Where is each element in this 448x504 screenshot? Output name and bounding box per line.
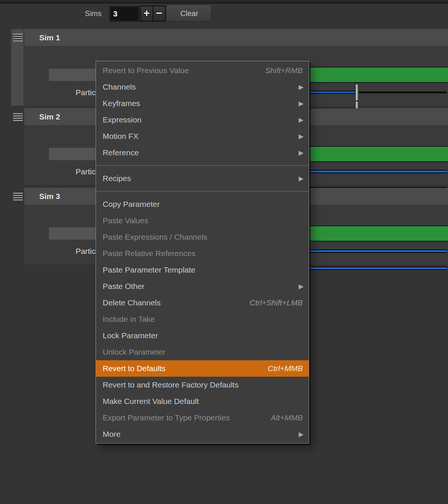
menu-item-paste-relative-references: Paste Relative References: [96, 245, 309, 262]
submenu-arrow-icon: ▶: [299, 149, 304, 157]
add-sim-button[interactable]: +: [141, 6, 153, 21]
menu-item-paste-expressions: Paste Expressions / Channels: [96, 229, 309, 245]
shortcut-hint: Alt+MMB: [271, 413, 304, 422]
top-divider: [0, 0, 448, 3]
drag-handle-icon[interactable]: [13, 113, 23, 121]
menu-item-channels[interactable]: Channels ▶: [96, 79, 309, 95]
submenu-arrow-icon: ▶: [299, 100, 304, 108]
submenu-arrow-icon: ▶: [299, 430, 304, 438]
menu-item-recipes[interactable]: Recipes ▶: [96, 170, 309, 187]
drag-handle-icon[interactable]: [13, 193, 23, 200]
submenu-arrow-icon: ▶: [299, 116, 304, 124]
sim1-header[interactable]: Sim 1: [24, 29, 448, 46]
slider-track: [359, 91, 447, 93]
sims-count-input[interactable]: 3: [109, 6, 139, 22]
shortcut-hint: Shift+RMB: [265, 66, 304, 75]
parameter-context-menu: Revert to Previous Value Shift+RMB Chann…: [96, 61, 309, 444]
menu-separator: [96, 191, 309, 192]
remove-sim-button[interactable]: −: [153, 6, 165, 21]
slider-handle[interactable]: [355, 84, 358, 101]
submenu-arrow-icon: ▶: [299, 83, 304, 91]
shortcut-hint: Ctrl+Shift+LMB: [250, 298, 304, 307]
menu-item-include-in-take: Include in Take: [96, 311, 309, 327]
menu-item-revert-previous: Revert to Previous Value Shift+RMB: [96, 62, 309, 79]
menu-item-revert-restore-factory-defaults[interactable]: Revert to and Restore Factory Defaults: [96, 377, 309, 393]
menu-item-paste-parameter-template[interactable]: Paste Parameter Template: [96, 262, 309, 278]
menu-item-export-parameter: Export Parameter to Type Properties Alt+…: [96, 410, 309, 426]
menu-item-lock-parameter[interactable]: Lock Parameter: [96, 327, 309, 344]
menu-item-more[interactable]: More ▶: [96, 426, 309, 442]
submenu-arrow-icon: ▶: [299, 175, 304, 183]
shortcut-hint: Ctrl+MMB: [268, 364, 304, 373]
menu-item-make-current-value-default[interactable]: Make Current Value Default: [96, 393, 309, 410]
sim1-title: Sim 1: [39, 33, 60, 42]
multiparm-stepper: + −: [140, 6, 166, 22]
menu-item-paste-other[interactable]: Paste Other ▶: [96, 278, 309, 295]
drag-handle-icon[interactable]: [13, 34, 23, 41]
submenu-arrow-icon: ▶: [299, 283, 304, 290]
sim2-title: Sim 2: [39, 112, 60, 121]
sim3-title: Sim 3: [39, 192, 60, 200]
menu-item-delete-channels[interactable]: Delete Channels Ctrl+Shift+LMB: [96, 295, 309, 311]
menu-item-expression[interactable]: Expression ▶: [96, 112, 309, 128]
menu-separator: [96, 165, 309, 166]
menu-item-unlock-parameter: Unlock Parameter: [96, 344, 309, 360]
menu-item-revert-to-defaults[interactable]: Revert to Defaults Ctrl+MMB: [96, 360, 309, 377]
menu-item-reference[interactable]: Reference ▶: [96, 144, 309, 161]
clear-button[interactable]: Clear: [167, 6, 212, 22]
sims-label: Sims: [67, 9, 102, 18]
menu-item-paste-values: Paste Values: [96, 212, 309, 229]
menu-item-copy-parameter[interactable]: Copy Parameter: [96, 196, 309, 212]
submenu-arrow-icon: ▶: [299, 133, 304, 140]
parameter-pane: Sims 3 + − Clear Sim 1 Voxel Size ch("ps…: [0, 0, 448, 504]
menu-item-keyframes[interactable]: Keyframes ▶: [96, 95, 309, 112]
menu-item-motion-fx[interactable]: Motion FX ▶: [96, 128, 309, 144]
